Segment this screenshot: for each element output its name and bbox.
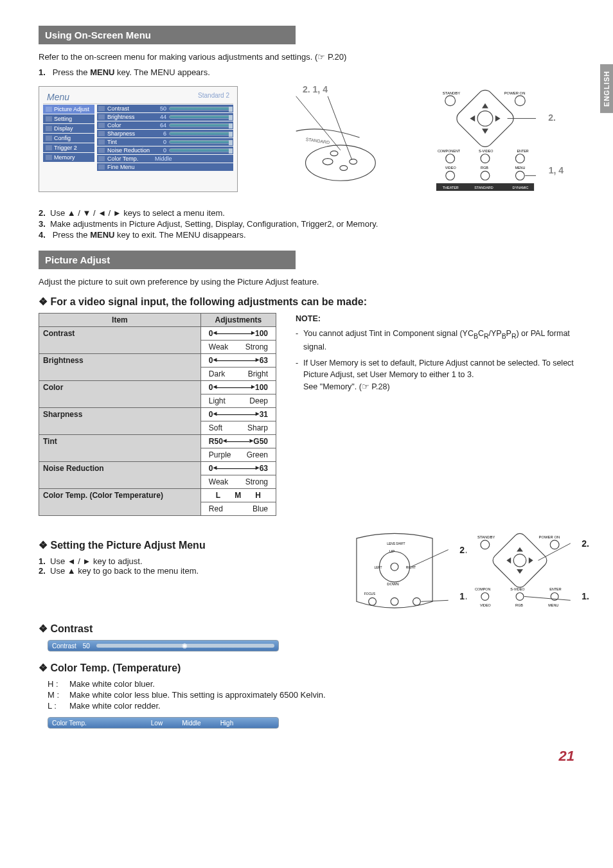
table-item: Tint (39, 435, 201, 462)
svg-text:COMPON: COMPON (475, 587, 490, 591)
svg-point-54 (516, 593, 524, 601)
table-ct-desc: RedBlue (200, 502, 276, 516)
menu-item-setting: Setting (54, 116, 72, 122)
svg-point-4 (330, 150, 338, 155)
callout-rem2-bot: 1. (582, 591, 589, 601)
table-range: 063 (200, 462, 276, 475)
step2-text: Use ▲ / ▼ / ◄ / ► keys to select a menu … (50, 208, 225, 218)
ct-h-desc: Make white color bluer. (69, 679, 155, 689)
svg-point-48 (513, 554, 526, 567)
osd-menu-preview: MenuStandard 2 Picture Adjust Setting Di… (39, 86, 238, 192)
table-desc: WeakStrong (200, 341, 276, 354)
table-range: 031 (200, 408, 276, 421)
setting-pa-subhead: Setting the Picture Adjust Menu (39, 539, 324, 551)
svg-text:DOWN: DOWN (387, 582, 399, 586)
svg-point-24 (515, 171, 524, 180)
color-temp-list: H :Make white color bluer. M :Make white… (39, 679, 574, 711)
svg-text:VIDEO: VIDEO (445, 166, 456, 170)
ct-bar-mid: Middle (182, 720, 200, 727)
table-range: 0100 (200, 381, 276, 394)
svg-text:LENS SHIFT: LENS SHIFT (387, 542, 405, 545)
osd-sharpness-val: 6 (155, 130, 166, 137)
contrast-bar-label: Contrast (52, 642, 76, 650)
svg-text:RIGHT: RIGHT (406, 566, 416, 569)
step-3: 3.Make adjustments in Picture Adjust, Se… (39, 219, 574, 229)
language-tab: ENGLISH (600, 64, 613, 113)
svg-text:S-VIDEO: S-VIDEO (479, 148, 493, 152)
osd-ct-label: Color Temp. (107, 155, 152, 162)
svg-point-16 (446, 154, 455, 163)
osd-contrast-val: 50 (155, 105, 166, 112)
osd-nr-val: 0 (155, 147, 166, 154)
svg-text:STANDARD: STANDARD (474, 186, 493, 190)
menu-item-display: Display (54, 125, 73, 132)
svg-line-49 (538, 544, 571, 561)
svg-point-53 (481, 593, 489, 601)
osd-finemenu-label: Fine Menu (107, 164, 152, 170)
pa-step-1: 1.Use ◄ / ► key to adjust. (39, 556, 324, 566)
callout-remote-bot: 1, 4 (549, 165, 564, 175)
ct-h-key: H : (48, 679, 69, 689)
table-ct-range: LMH (200, 489, 276, 502)
table-item: Color (39, 381, 201, 408)
osd-contrast-label: Contrast (107, 105, 152, 112)
osd-color-label: Color (107, 122, 152, 128)
table-range: R50G50 (200, 435, 276, 448)
slider-knob-icon: ◉ (182, 642, 188, 648)
th-adjustments: Adjustments (200, 314, 276, 327)
svg-point-9 (515, 95, 525, 105)
svg-point-17 (481, 154, 490, 163)
svg-line-42 (421, 600, 448, 601)
table-desc: LightDeep (200, 394, 276, 408)
remote-diagram-2: 2. 1. STANDBYPOWER ON COMPONS-VIDEOENTER… (465, 531, 574, 615)
svg-point-2 (340, 165, 348, 170)
svg-rect-10 (454, 87, 517, 150)
svg-text:THEATER: THEATER (443, 186, 459, 190)
svg-point-37 (369, 598, 377, 605)
menu-left-col: Picture Adjust Setting Display Config Tr… (43, 104, 94, 172)
ct-m-desc: Make white color less blue. This setting… (69, 690, 326, 700)
colortemp-subhead: Color Temp. (Temperature) (39, 662, 574, 674)
table-item: Noise Reduction (39, 462, 201, 489)
table-item: Contrast (39, 327, 201, 354)
svg-point-3 (350, 159, 357, 164)
menu-title: Menu (47, 92, 69, 102)
ct-m-key: M : (48, 690, 69, 700)
illustration-row-1: MenuStandard 2 Picture Adjust Setting Di… (39, 86, 574, 195)
osd-ct-val: Middle (155, 155, 172, 162)
svg-text:ENTER: ENTER (549, 587, 561, 591)
osd-color-val: 64 (155, 122, 166, 128)
note-column: NOTE: You cannot adjust Tint in Componen… (296, 313, 574, 397)
ct-bar-high: High (220, 720, 234, 727)
svg-point-0 (306, 145, 376, 180)
osd-tint-label: Tint (107, 139, 152, 145)
intro-text: Refer to the on-screen menu for making v… (39, 51, 574, 64)
svg-point-1 (323, 158, 333, 164)
svg-line-41 (411, 550, 449, 567)
projector-diagram-2: 2. 1. UP DOWN LEFT RIGHT LENS SHIFT FOCU… (337, 531, 452, 615)
svg-text:S-VIDEO: S-VIDEO (510, 587, 524, 591)
svg-text:STANDARD: STANDARD (305, 137, 330, 145)
svg-text:FOCUS: FOCUS (364, 592, 376, 596)
projector-diagram: 2. 1, 4 STANDARD (257, 86, 411, 195)
section-using-osm: Using On-Screen Menu (39, 26, 296, 44)
video-signal-subhead: For a video signal input, the following … (39, 296, 574, 308)
svg-point-18 (515, 154, 524, 163)
table-desc: SoftSharp (200, 421, 276, 435)
step-1: 1. Press the MENU key. The MENU appears. (39, 67, 574, 77)
table-item-ct: Color Temp. (Color Temperature) (39, 489, 201, 516)
step1-menu: MENU (90, 67, 114, 77)
osd-sharpness-label: Sharpness (107, 130, 152, 137)
svg-point-39 (413, 598, 421, 605)
svg-text:COMPONENT: COMPONENT (438, 148, 461, 152)
svg-text:RGB: RGB (481, 166, 488, 170)
step1-pre: Press the (53, 67, 91, 77)
menu-item-config: Config (54, 135, 71, 141)
svg-point-22 (446, 171, 455, 180)
step-2: 2.Use ▲ / ▼ / ◄ / ► keys to select a men… (39, 208, 574, 218)
colortemp-osd-bar: Color Temp. Low Middle High (48, 717, 279, 729)
osd-tint-val: 0 (155, 139, 166, 145)
osd-brightness-label: Brightness (107, 114, 152, 120)
svg-point-23 (481, 171, 490, 180)
adjustments-table: ItemAdjustments Contrast 0100WeakStrongB… (39, 313, 276, 516)
